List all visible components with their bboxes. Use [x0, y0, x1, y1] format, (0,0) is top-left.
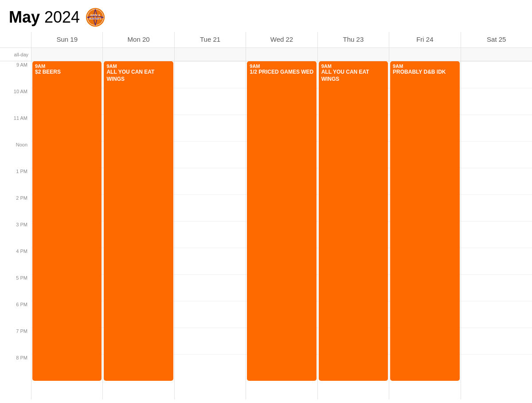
event-title: PROBABLY D&B IDK — [393, 69, 457, 76]
time-labels-column: 9 AM 10 AM 11 AM Noon 1 PM 2 PM 3 PM 4 P… — [0, 61, 31, 399]
hour-line — [461, 301, 532, 301]
hour-line — [461, 115, 532, 115]
allday-cell-wed — [246, 48, 317, 61]
day-column-tue — [174, 61, 246, 399]
event-time: 9AM — [393, 63, 457, 69]
hour-line — [461, 61, 532, 62]
month-year-title: May 2024 — [9, 8, 80, 27]
calendar-header: May 2024 DAVE & BUSTER'S — [0, 0, 532, 32]
hour-line — [175, 61, 246, 62]
event-title: ALL YOU CAN EAT WINGS — [321, 69, 385, 83]
day-header-sun: Sun 19 — [31, 32, 102, 47]
time-label-1pm: 1 PM — [0, 168, 31, 194]
allday-cell-sat — [461, 48, 532, 61]
time-label-8pm: 8 PM — [0, 354, 31, 381]
hour-line — [175, 328, 246, 328]
day-columns: 9AM $2 BEERS — [31, 61, 532, 399]
event-thu-wings[interactable]: 9AM ALL YOU CAN EAT WINGS — [319, 61, 388, 381]
day-column-mon: 9AM ALL YOU CAN EAT WINGS — [102, 61, 174, 399]
event-title: 1/2 PRICED GAMES WED — [250, 69, 313, 76]
hour-line — [461, 274, 532, 275]
davebusters-logo: DAVE & BUSTER'S — [86, 8, 105, 27]
day-header-thu: Thu 23 — [317, 32, 389, 47]
event-mon-wings[interactable]: 9AM ALL YOU CAN EAT WINGS — [104, 61, 173, 381]
time-label-2pm: 2 PM — [0, 194, 31, 221]
day-column-fri: 9AM PROBABLY D&B IDK — [389, 61, 460, 399]
hour-line — [461, 328, 532, 328]
allday-cell-tue — [174, 48, 246, 61]
time-label-11am: 11 AM — [0, 115, 31, 141]
hour-line — [175, 168, 246, 168]
event-time: 9AM — [35, 63, 99, 69]
event-time: 9AM — [321, 63, 385, 69]
hour-line — [175, 301, 246, 301]
hour-line — [461, 221, 532, 221]
event-title: ALL YOU CAN EAT WINGS — [106, 69, 170, 83]
hour-line — [175, 194, 246, 195]
time-label-5pm: 5 PM — [0, 274, 31, 301]
day-header-tue: Tue 21 — [174, 32, 246, 47]
hour-line — [175, 115, 246, 115]
calendar-grid: Sun 19 Mon 20 Tue 21 Wed 22 Thu 23 Fri 2… — [0, 32, 532, 399]
time-gutter-header — [0, 32, 31, 47]
time-label-9am: 9 AM — [0, 61, 31, 88]
time-label-7pm: 7 PM — [0, 328, 31, 354]
allday-row: all-day — [0, 48, 532, 61]
hour-line — [461, 354, 532, 355]
hour-line — [461, 141, 532, 142]
hour-line — [175, 354, 246, 355]
time-label-noon: Noon — [0, 141, 31, 168]
month-label: May — [9, 8, 40, 26]
event-time: 9AM — [106, 63, 170, 69]
time-label-10am: 10 AM — [0, 88, 31, 115]
day-header-fri: Fri 24 — [389, 32, 460, 47]
day-header-sat: Sat 25 — [461, 32, 532, 47]
year-value: 2024 — [44, 8, 80, 26]
event-time: 9AM — [250, 63, 313, 69]
event-sun-beers[interactable]: 9AM $2 BEERS — [32, 61, 102, 381]
day-column-thu: 9AM ALL YOU CAN EAT WINGS — [317, 61, 389, 399]
hour-line — [175, 248, 246, 248]
day-header-wed: Wed 22 — [246, 32, 317, 47]
time-label-6pm: 6 PM — [0, 301, 31, 328]
time-label-4pm: 4 PM — [0, 248, 31, 274]
hour-line — [461, 88, 532, 88]
day-column-wed: 9AM 1/2 PRICED GAMES WED — [246, 61, 317, 399]
svg-text:DAVE &: DAVE & — [90, 14, 101, 16]
event-fri-db[interactable]: 9AM PROBABLY D&B IDK — [390, 61, 459, 381]
day-column-sun: 9AM $2 BEERS — [31, 61, 102, 399]
day-column-sat — [461, 61, 532, 399]
allday-label: all-day — [0, 48, 31, 61]
time-grid-container[interactable]: 9 AM 10 AM 11 AM Noon 1 PM 2 PM 3 PM 4 P… — [0, 61, 532, 399]
event-title: $2 BEERS — [35, 69, 99, 76]
day-header-mon: Mon 20 — [102, 32, 174, 47]
time-label-3pm: 3 PM — [0, 221, 31, 248]
svg-text:BUSTER'S: BUSTER'S — [89, 17, 102, 20]
time-grid: 9 AM 10 AM 11 AM Noon 1 PM 2 PM 3 PM 4 P… — [0, 61, 532, 399]
allday-cell-sun — [31, 48, 102, 61]
hour-line — [175, 88, 246, 88]
allday-cell-fri — [389, 48, 460, 61]
hour-line — [461, 168, 532, 168]
hour-line — [175, 221, 246, 221]
allday-cell-thu — [317, 48, 389, 61]
hour-line — [175, 274, 246, 275]
day-headers-row: Sun 19 Mon 20 Tue 21 Wed 22 Thu 23 Fri 2… — [0, 32, 532, 48]
hour-line — [461, 194, 532, 195]
hour-line — [175, 141, 246, 142]
event-wed-games[interactable]: 9AM 1/2 PRICED GAMES WED — [247, 61, 316, 381]
hour-line — [461, 248, 532, 248]
allday-cell-mon — [102, 48, 174, 61]
